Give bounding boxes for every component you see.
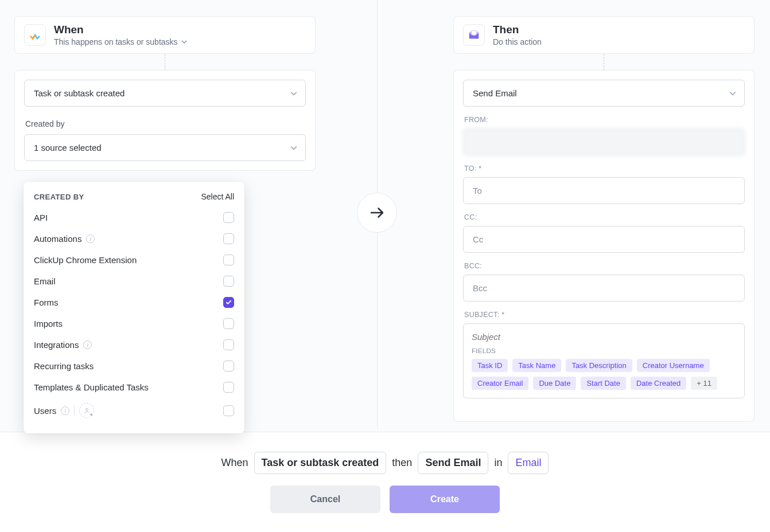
field-chip[interactable]: Creator Username — [637, 359, 710, 372]
create-button[interactable]: Create — [390, 486, 500, 513]
svg-point-0 — [85, 408, 88, 410]
created-by-option[interactable]: Automationsi — [34, 228, 234, 249]
then-subtitle: Do this action — [493, 37, 542, 46]
popover-title: CREATED BY — [34, 193, 84, 201]
field-chip[interactable]: Date Created — [631, 377, 686, 390]
when-body: Task or subtask created Created by 1 sou… — [14, 70, 316, 171]
sentence-scope-pill[interactable]: Email — [508, 452, 549, 474]
option-label: ClickUp Chrome Extension — [34, 255, 137, 265]
field-chip[interactable]: Task ID — [472, 359, 508, 372]
option-checkbox[interactable] — [223, 318, 234, 329]
automation-sentence: When Task or subtask created then Send E… — [221, 452, 549, 474]
email-icon — [463, 24, 485, 46]
flow-arrow-icon — [357, 193, 397, 233]
then-title: Then — [493, 24, 542, 36]
chevron-down-icon — [290, 90, 297, 97]
option-checkbox[interactable] — [223, 233, 234, 244]
option-label: Users — [34, 406, 56, 416]
created-by-option[interactable]: Integrationsi — [34, 334, 234, 355]
subject-box: FIELDS Task IDTask NameTask DescriptionC… — [463, 323, 745, 398]
field-chip[interactable]: Creator Email — [472, 377, 528, 390]
option-label: Integrations — [34, 340, 79, 350]
option-label: API — [34, 213, 48, 222]
field-chip-more[interactable]: + 11 — [691, 377, 717, 390]
option-label: Automations — [34, 234, 81, 244]
option-checkbox[interactable] — [223, 212, 234, 223]
then-body: Send Email FROM: TO: * CC: BCC: SUBJECT:… — [453, 70, 755, 422]
option-label: Recurring tasks — [34, 361, 94, 371]
created-by-popover: CREATED BY Select All APIAutomationsiCli… — [24, 182, 244, 433]
created-by-option[interactable]: Forms — [34, 292, 234, 313]
option-label: Templates & Duplicated Tasks — [34, 382, 149, 392]
trigger-select[interactable]: Task or subtask created — [24, 80, 306, 107]
info-icon[interactable]: i — [61, 406, 69, 415]
option-checkbox[interactable] — [223, 339, 234, 350]
option-checkbox[interactable] — [223, 382, 234, 393]
clickup-icon — [24, 24, 46, 46]
select-all-button[interactable]: Select All — [201, 192, 234, 201]
info-icon[interactable]: i — [83, 341, 92, 349]
field-chip[interactable]: Task Name — [512, 359, 561, 372]
bcc-input[interactable] — [463, 275, 745, 302]
created-by-label: Created by — [25, 119, 306, 128]
created-by-option[interactable]: Email — [34, 271, 234, 292]
created-by-option[interactable]: Templates & Duplicated Tasks — [34, 377, 234, 398]
option-label: Forms — [34, 298, 59, 307]
svg-rect-1 — [471, 31, 476, 35]
created-by-option[interactable]: Recurring tasks — [34, 355, 234, 377]
option-checkbox[interactable] — [223, 405, 234, 416]
when-subtitle[interactable]: This happens on tasks or subtasks — [54, 37, 187, 46]
then-header[interactable]: Then Do this action — [453, 16, 755, 54]
when-title: When — [54, 24, 187, 36]
chevron-down-icon — [181, 39, 187, 45]
cc-label: CC: — [464, 213, 745, 221]
to-label: TO: * — [464, 165, 745, 173]
field-chip[interactable]: Task Description — [566, 359, 632, 372]
fields-label: FIELDS — [472, 347, 736, 354]
option-label: Imports — [34, 319, 63, 328]
option-label: Email — [34, 276, 56, 286]
field-chip[interactable]: Due Date — [533, 377, 576, 390]
action-select[interactable]: Send Email — [463, 80, 745, 107]
cc-input[interactable] — [463, 226, 745, 253]
subject-label: SUBJECT: * — [464, 311, 745, 319]
bcc-label: BCC: — [464, 262, 745, 270]
option-checkbox[interactable] — [223, 276, 234, 287]
info-icon[interactable]: i — [86, 234, 95, 243]
option-checkbox[interactable] — [223, 297, 234, 308]
from-input[interactable] — [463, 128, 745, 155]
cancel-button[interactable]: Cancel — [270, 486, 380, 513]
subject-input[interactable] — [472, 331, 736, 347]
created-by-option[interactable]: Imports — [34, 313, 234, 334]
option-checkbox[interactable] — [223, 255, 234, 265]
chevron-down-icon — [729, 90, 736, 97]
add-user-icon[interactable] — [79, 403, 94, 418]
sentence-action-pill[interactable]: Send Email — [418, 452, 488, 474]
field-chip[interactable]: Start Date — [581, 377, 626, 390]
option-checkbox[interactable] — [223, 361, 234, 371]
when-header[interactable]: When This happens on tasks or subtasks — [14, 16, 316, 54]
to-input[interactable] — [463, 177, 745, 204]
created-by-option[interactable]: ClickUp Chrome Extension — [34, 249, 234, 271]
footer: When Task or subtask created then Send E… — [0, 432, 770, 532]
created-by-option[interactable]: Usersi — [34, 398, 234, 423]
chevron-down-icon — [290, 144, 297, 151]
created-by-option[interactable]: API — [34, 207, 234, 228]
sentence-trigger-pill[interactable]: Task or subtask created — [254, 452, 387, 474]
from-label: FROM: — [464, 116, 745, 124]
created-by-select[interactable]: 1 source selected — [24, 134, 306, 161]
